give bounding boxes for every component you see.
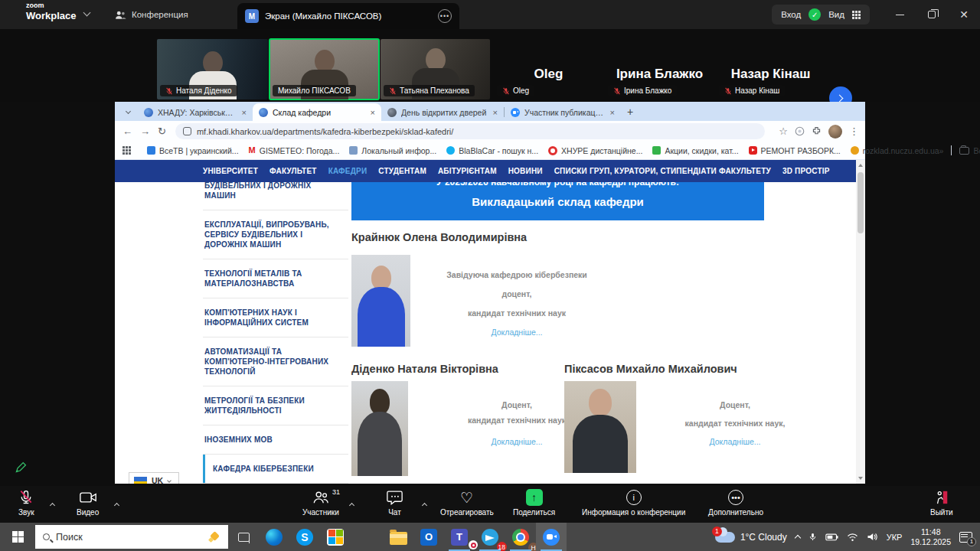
taskbar-app-chrome[interactable]: H (505, 523, 536, 551)
nav-item[interactable]: СТУДЕНТАМ (378, 167, 426, 175)
more-options-icon[interactable]: ••• (438, 9, 452, 23)
tray-battery-icon[interactable] (825, 533, 838, 541)
tray-mic-icon[interactable] (808, 531, 817, 543)
more-button[interactable]: ••• Дополнительно (708, 489, 763, 517)
scroll-down-arrow[interactable] (858, 477, 863, 480)
annotation-pencil-icon[interactable] (12, 459, 29, 476)
reload-button[interactable]: ↻ (158, 126, 166, 137)
taskbar-app-store[interactable] (320, 523, 351, 551)
taskbar-app-edge[interactable] (259, 523, 289, 551)
browser-tab-active[interactable]: Склад кафедри × (253, 103, 381, 121)
security-shield-icon[interactable]: ✓ (808, 8, 821, 21)
nav-item[interactable]: ФАКУЛЬТЕТ (270, 167, 317, 175)
video-button[interactable]: Видео (77, 489, 99, 517)
close-tab-icon[interactable]: × (371, 108, 375, 117)
bookmark-item[interactable]: МGISMETEO: Погода... (249, 146, 340, 155)
taskbar-clock[interactable]: 11:48 19.12.2025 (910, 527, 951, 547)
tab-search-button[interactable] (119, 103, 136, 119)
taskbar-app-skype[interactable]: S (289, 523, 320, 551)
bookmark-item[interactable]: Акции, скидки, кат... (652, 146, 738, 155)
audio-button[interactable]: Звук (18, 489, 34, 517)
taskbar-app-outlook[interactable]: O (413, 523, 444, 551)
nav-item[interactable]: УНІВЕРСИТЕТ (203, 167, 258, 175)
grid-view-icon[interactable] (852, 11, 861, 19)
bookmark-item[interactable]: ХНУРЕ дистанційне... (548, 146, 642, 155)
new-tab-button[interactable]: + (627, 106, 633, 118)
scroll-up-arrow[interactable] (858, 164, 863, 167)
sidebar-item[interactable]: МЕТРОЛОГІЇ ТА БЕЗПЕКИ ЖИТТЄДІЯЛЬНОСТІ (203, 386, 348, 425)
sidebar-item[interactable]: АВТОМАТИЗАЦІЇ ТА КОМП'ЮТЕРНО-ІНТЕГРОВАНИ… (203, 337, 348, 386)
tab-screen-share[interactable]: М Экран (Михайло ПІКСАСОВ) ••• (237, 3, 459, 29)
sidebar-item[interactable]: БУДІВЕЛЬНИХ І ДОРОЖНІХ МАШИН (203, 182, 348, 210)
task-view-button[interactable] (228, 523, 259, 551)
all-bookmarks-button[interactable]: Все закладки (959, 146, 980, 155)
browser-tab[interactable]: День відкритих дверей × (381, 103, 504, 121)
bookmark-item[interactable]: ВсеТВ | украинский... (147, 146, 239, 155)
tray-expand-chevron[interactable] (794, 535, 800, 541)
address-bar[interactable]: mf.khadi.kharkov.ua/departments/kafedra-… (175, 123, 765, 139)
taskbar-search[interactable]: Поиск (35, 525, 228, 549)
chrome-profile-avatar[interactable] (828, 125, 842, 139)
apps-grid-icon[interactable] (122, 146, 131, 155)
audio-tile[interactable]: Ірина Блажко Ірина Блажко (605, 39, 714, 99)
back-button[interactable]: ← (122, 126, 132, 137)
scrollbar-thumb[interactable] (858, 172, 864, 233)
minimize-button[interactable] (884, 0, 916, 29)
taskbar-app-telegram[interactable]: 18 (475, 523, 505, 551)
extensions-puzzle-icon[interactable] (812, 126, 822, 136)
react-button[interactable]: ♡ Отреагировать (440, 489, 494, 517)
details-link[interactable]: Докладніше... (491, 328, 542, 337)
taskbar-app-teams[interactable]: T (444, 523, 475, 551)
nav-item[interactable]: АБІТУРІЄНТАМ (438, 167, 497, 175)
chat-options-chevron[interactable] (423, 497, 426, 510)
restore-button[interactable] (916, 0, 948, 29)
start-button[interactable] (0, 523, 35, 551)
view-button[interactable]: Вид (828, 10, 844, 19)
login-button[interactable]: Вход (781, 10, 801, 19)
audio-tile[interactable]: Назар Кінаш Назар Кінаш (716, 39, 825, 99)
site-info-icon[interactable] (183, 127, 191, 135)
close-tab-icon[interactable]: × (610, 108, 615, 117)
bookmark-item[interactable]: BlaBlaCar - пошук н... (446, 146, 538, 155)
video-tile[interactable]: Наталя Діденко (157, 39, 268, 99)
bookmarks-overflow-button[interactable]: » (939, 146, 944, 155)
sidebar-item[interactable]: ЕКСПЛУАТАЦІЇ, ВИПРОБУВАНЬ, СЕРВІСУ БУДІВ… (203, 210, 348, 259)
nav-item[interactable]: 3D ПРОСТІР (782, 167, 830, 175)
tray-wifi-icon[interactable] (847, 533, 858, 542)
sidebar-item[interactable]: КОМП'ЮТЕРНИХ НАУК І ІНФОРМАЦІЙНИХ СИСТЕМ (203, 298, 348, 337)
bookmark-star-icon[interactable]: ☆ (779, 126, 788, 137)
language-selector[interactable]: UK (129, 472, 179, 484)
sidebar-item-active[interactable]: КАФЕДРА КІБЕРБЕЗПЕКИ (203, 455, 348, 483)
nav-item[interactable]: НОВИНИ (508, 167, 543, 175)
chevron-down-icon[interactable] (83, 9, 91, 17)
sidebar-item[interactable]: ТЕХНОЛОГІЇ МЕТАЛІВ ТА МАТЕРІАЛОЗНАВСТВА (203, 259, 348, 298)
participants-options-chevron[interactable] (350, 497, 354, 510)
nav-item[interactable]: СПИСКИ ГРУП, КУРАТОРИ, СТИПЕНДІАТИ ФАКУЛ… (554, 167, 771, 175)
browser-tab[interactable]: ХНАДУ: Харківський націонал × (138, 103, 253, 121)
chrome-menu-icon[interactable]: ⋮ (849, 126, 859, 137)
extension-icon[interactable] (795, 126, 805, 136)
close-tab-icon[interactable]: × (493, 108, 498, 117)
nav-item-active[interactable]: КАФЕДРИ (328, 167, 368, 175)
details-link[interactable]: Докладніше... (491, 437, 542, 446)
bookmark-item[interactable]: РЕМОНТ РАЗБОРК... (749, 146, 841, 155)
bookmark-item[interactable]: rozklad.nuczu.edu.ua (851, 146, 939, 155)
taskbar-app-explorer[interactable] (383, 523, 413, 551)
taskbar-weather[interactable]: 1 1°C Cloudy (715, 532, 787, 543)
bookmark-item[interactable]: Локальный инфор... (349, 146, 436, 155)
video-options-chevron[interactable] (115, 497, 119, 510)
chat-button[interactable]: Чат (387, 489, 403, 517)
details-link[interactable]: Докладніше... (709, 437, 760, 446)
audio-options-chevron[interactable] (51, 497, 54, 510)
close-tab-icon[interactable]: × (242, 108, 247, 117)
video-tile-active-speaker[interactable]: Михайло ПІКСАСОВ (270, 39, 379, 99)
forward-button[interactable]: → (140, 126, 150, 137)
meeting-info-button[interactable]: i Информация о конференции (582, 489, 685, 517)
taskbar-app-zoom[interactable] (536, 523, 567, 551)
notification-center-button[interactable]: 1 (959, 532, 972, 543)
share-button[interactable]: ↑ Поделиться (513, 489, 555, 517)
audio-tile[interactable]: Oleg Oleg (494, 39, 603, 99)
sidebar-subitem[interactable]: БАКАЛАВРАТ (203, 483, 348, 484)
leave-button[interactable]: Выйти (930, 489, 953, 517)
sidebar-item[interactable]: ІНОЗЕМНИХ МОВ (203, 425, 348, 455)
